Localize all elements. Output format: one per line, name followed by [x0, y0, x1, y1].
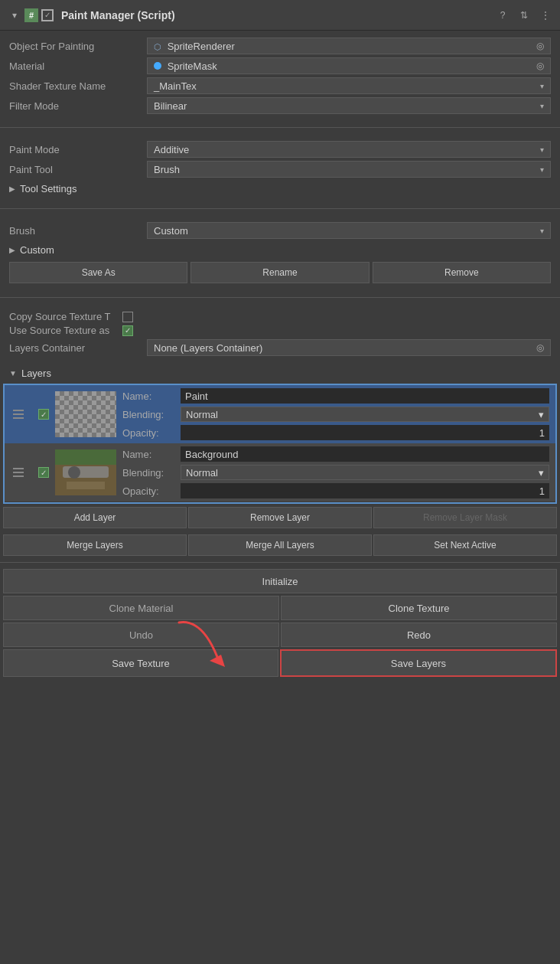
- layer-row-paint[interactable]: ✓ Name: Blending: Normal ▾ Opac: [5, 385, 555, 443]
- copy-source-checkbox[interactable]: [122, 312, 133, 322]
- copy-source-row: Copy Source Texture T: [9, 311, 551, 322]
- copy-source-label: Copy Source Texture T: [9, 311, 116, 322]
- initialize-button[interactable]: Initialize: [3, 569, 557, 593]
- dropdown-arrow-icon[interactable]: ▾: [8, 8, 21, 22]
- paint-tool-value: Brush ▾: [147, 161, 551, 178]
- object-painting-row: Object For Painting ⬡ SpriteRenderer ◎: [9, 37, 551, 55]
- layers-triangle: ▼: [9, 369, 17, 377]
- layer-drag-handle-paint[interactable]: [5, 391, 32, 437]
- layer-name-field-paint: Name:: [122, 388, 549, 404]
- blending-arrow-paint: ▾: [539, 409, 544, 420]
- set-next-active-button[interactable]: Set Next Active: [373, 534, 557, 556]
- add-layer-button[interactable]: Add Layer: [3, 507, 187, 528]
- blending-value-paint: Normal: [186, 409, 218, 420]
- name-input-bg[interactable]: [181, 446, 549, 462]
- tool-settings-triangle: ▶: [9, 185, 15, 193]
- target-button[interactable]: ◎: [536, 41, 544, 51]
- name-input-paint[interactable]: [181, 388, 549, 404]
- sprite-renderer-text: ⬡ SpriteRenderer: [154, 41, 235, 52]
- clone-texture-button[interactable]: Clone Texture: [281, 596, 557, 620]
- panel-header: ▾ # ✓ Paint Manager (Script) ? ⇅ ⋮: [0, 0, 560, 31]
- save-as-button[interactable]: Save As: [9, 262, 187, 283]
- layer-row-background[interactable]: ✓ Name: Blending:: [5, 443, 555, 502]
- remove-layer-mask-button[interactable]: Remove Layer Mask: [373, 507, 557, 528]
- object-painting-ref[interactable]: ⬡ SpriteRenderer ◎: [147, 38, 551, 54]
- layer-enabled-paint[interactable]: ✓: [38, 409, 49, 420]
- shader-texture-label: Shader Texture Name: [9, 80, 147, 92]
- enabled-checkbox[interactable]: ✓: [41, 9, 54, 21]
- svg-rect-1: [55, 449, 116, 465]
- layer-drag-handle-bg[interactable]: [5, 449, 32, 495]
- clone-material-button[interactable]: Clone Material: [3, 596, 279, 620]
- save-row: Save Texture Save Layers: [3, 649, 557, 677]
- filter-mode-value: Bilinear ▾: [147, 97, 551, 114]
- svg-point-3: [68, 466, 80, 479]
- material-target-button[interactable]: ◎: [536, 60, 544, 71]
- rename-button[interactable]: Rename: [190, 262, 369, 283]
- remove-layer-button[interactable]: Remove Layer: [188, 507, 372, 528]
- use-source-checkbox[interactable]: ✓: [122, 325, 133, 336]
- help-icon[interactable]: ?: [496, 8, 510, 22]
- sliders-icon[interactable]: ⇅: [517, 8, 531, 22]
- script-hash-icon: #: [24, 8, 38, 22]
- paint-mode-row: Paint Mode Additive ▾: [9, 140, 551, 158]
- layer-blending-field-bg: Blending: Normal ▾: [122, 465, 549, 480]
- layer-checkbox-bg[interactable]: ✓: [32, 467, 55, 478]
- checker-pattern-paint: [55, 391, 116, 437]
- clone-row: Clone Material Clone Texture: [3, 596, 557, 620]
- layers-container: ✓ Name: Blending: Normal ▾ Opac: [3, 384, 557, 504]
- save-layers-button[interactable]: Save Layers: [280, 649, 557, 677]
- layers-header[interactable]: ▼ Layers: [0, 363, 560, 384]
- paint-tool-row: Paint Tool Brush ▾: [9, 160, 551, 178]
- layers-label: Layers: [21, 368, 51, 379]
- paint-mode-dropdown[interactable]: Additive ▾: [147, 141, 551, 158]
- brush-row: Brush Custom ▾: [9, 221, 551, 240]
- object-painting-label: Object For Painting: [9, 41, 147, 52]
- custom-triangle: ▶: [9, 246, 15, 254]
- svg-rect-4: [67, 482, 105, 489]
- layers-container-ref[interactable]: None (Layers Container) ◎: [147, 339, 551, 356]
- blending-dropdown-paint[interactable]: Normal ▾: [181, 407, 549, 422]
- opacity-label-bg: Opacity:: [122, 485, 176, 497]
- paint-tool-label: Paint Tool: [9, 164, 147, 175]
- header-right: ? ⇅ ⋮: [496, 8, 552, 22]
- shader-dropdown-arrow: ▾: [540, 82, 544, 90]
- redo-button[interactable]: Redo: [281, 623, 557, 647]
- layers-container-target[interactable]: ◎: [536, 342, 544, 353]
- save-texture-button[interactable]: Save Texture: [3, 649, 278, 677]
- blending-dropdown-bg[interactable]: Normal ▾: [181, 465, 549, 480]
- custom-label: Custom: [20, 244, 54, 256]
- merge-layers-button[interactable]: Merge Layers: [3, 534, 187, 556]
- merge-all-layers-button[interactable]: Merge All Layers: [188, 534, 372, 556]
- more-options-icon[interactable]: ⋮: [539, 8, 552, 22]
- blending-label-bg: Blending:: [122, 467, 176, 479]
- layer-buttons-row-2: Merge Layers Merge All Layers Set Next A…: [0, 531, 560, 559]
- tool-settings-header[interactable]: ▶ Tool Settings: [9, 180, 551, 198]
- material-ref[interactable]: SpriteMask ◎: [147, 57, 551, 74]
- layers-container-value: None (Layers Container) ◎: [147, 339, 551, 356]
- brush-section: Brush Custom ▾ ▶ Custom Save As Rename R…: [0, 215, 560, 291]
- object-painting-value: ⬡ SpriteRenderer ◎: [147, 38, 551, 54]
- brush-dropdown[interactable]: Custom ▾: [147, 222, 551, 239]
- undo-redo-row: Undo Redo: [3, 623, 557, 647]
- layer-opacity-field-bg: Opacity:: [122, 483, 549, 498]
- filter-mode-label: Filter Mode: [9, 100, 147, 112]
- brush-label: Brush: [9, 225, 147, 237]
- layer-checkbox-paint[interactable]: ✓: [32, 409, 55, 420]
- remove-button[interactable]: Remove: [373, 262, 551, 283]
- undo-button[interactable]: Undo: [3, 623, 279, 647]
- hamburger-icon-paint: [13, 410, 24, 419]
- bottom-section: Initialize Clone Material Clone Texture …: [0, 566, 560, 682]
- layer-enabled-bg[interactable]: ✓: [38, 467, 49, 478]
- name-label-bg: Name:: [122, 449, 176, 460]
- custom-header[interactable]: ▶ Custom: [9, 241, 551, 259]
- opacity-input-paint[interactable]: [181, 425, 549, 440]
- paint-mode-section: Paint Mode Additive ▾ Paint Tool Brush ▾…: [0, 134, 560, 202]
- paint-tool-dropdown[interactable]: Brush ▾: [147, 161, 551, 178]
- filter-mode-dropdown[interactable]: Bilinear ▾: [147, 97, 551, 114]
- name-label-paint: Name:: [122, 391, 176, 402]
- sprite-mask-text: SpriteMask: [154, 60, 217, 72]
- shader-texture-dropdown[interactable]: _MainTex ▾: [147, 77, 551, 94]
- opacity-input-bg[interactable]: [181, 483, 549, 498]
- paint-mode-arrow: ▾: [540, 145, 544, 154]
